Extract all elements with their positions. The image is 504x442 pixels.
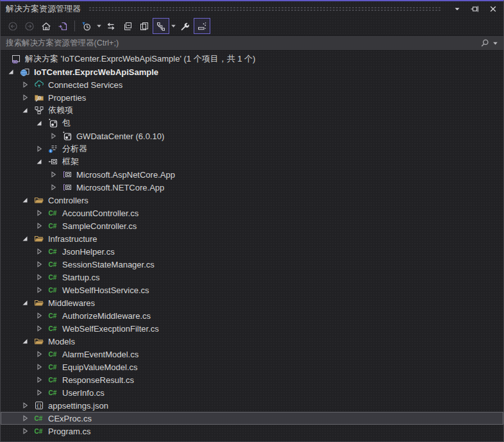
- expander-open-icon[interactable]: [4, 67, 17, 77]
- expander-closed-icon[interactable]: [47, 182, 60, 192]
- pending-changes-filter-button[interactable]: [78, 18, 95, 34]
- back-button[interactable]: [4, 18, 21, 34]
- expander-closed-icon[interactable]: [33, 349, 46, 359]
- tree-row[interactable]: C# UserInfo.cs: [1, 386, 503, 399]
- solution-icon: [11, 54, 21, 64]
- expander-closed-icon[interactable]: [33, 285, 46, 295]
- properties-button[interactable]: [177, 18, 194, 34]
- expander-closed-icon[interactable]: [19, 426, 31, 436]
- tree-row[interactable]: C# AlarmEventModel.cs: [1, 348, 503, 361]
- home-button[interactable]: [38, 18, 55, 34]
- chevron-down-icon: [492, 40, 498, 46]
- sync-with-active-document-button[interactable]: [55, 18, 71, 34]
- search-placeholder: 搜索解决方案资源管理器(Ctrl+;): [6, 38, 478, 49]
- tree-row[interactable]: {} appsettings.json: [1, 399, 503, 412]
- tree-row[interactable]: Connected Services: [1, 78, 503, 91]
- tree-item-label: Controllers: [48, 196, 88, 205]
- tree-item-label: 包: [62, 117, 71, 129]
- expander-closed-icon[interactable]: [33, 144, 46, 154]
- solution-tree: 解决方案 'IoTCenter.ExprcWebApiSample' (1 个项…: [1, 51, 503, 438]
- svg-text:C#: C#: [49, 287, 57, 294]
- tree-row[interactable]: Properties: [1, 91, 503, 104]
- tree-row[interactable]: Controllers: [1, 194, 503, 207]
- expander-closed-icon[interactable]: [33, 272, 46, 282]
- expander-closed-icon[interactable]: [19, 413, 31, 423]
- close-button[interactable]: [484, 2, 502, 16]
- expander-open-icon[interactable]: [33, 118, 46, 128]
- tree-row[interactable]: C# WebSelfExecptionFilter.cs: [1, 322, 503, 335]
- solution-explorer-window: 解决方案资源管理器: [0, 0, 504, 442]
- expander-closed-icon[interactable]: [33, 375, 46, 385]
- expander-open-icon[interactable]: [19, 298, 31, 308]
- folder-open-icon: [34, 298, 44, 308]
- forward-button[interactable]: [21, 18, 38, 34]
- expander-open-icon[interactable]: [19, 234, 31, 244]
- tree-row[interactable]: C# JsonHelper.cs: [1, 245, 503, 258]
- tree-item-label: IoTCenter.ExprcWebApiSample: [34, 67, 158, 77]
- svg-text:C#: C#: [49, 223, 57, 230]
- pin-button[interactable]: [466, 2, 484, 16]
- expander-closed-icon[interactable]: [19, 80, 31, 90]
- search-input[interactable]: 搜索解决方案资源管理器(Ctrl+;): [1, 35, 503, 51]
- expander-closed-icon[interactable]: [19, 400, 31, 411]
- tree-row[interactable]: C# AccountController.cs: [1, 207, 503, 219]
- expander-open-icon[interactable]: [19, 195, 31, 205]
- tree-item-label: CExProc.cs: [48, 414, 92, 423]
- tree-row[interactable]: GWDataCenter (6.0.10): [1, 130, 503, 142]
- tree-row[interactable]: Middlewares: [1, 296, 503, 309]
- tree-row[interactable]: C# SessionStateManager.cs: [1, 258, 503, 271]
- expander-open-icon[interactable]: [19, 105, 31, 115]
- pending-changes-filter-button-dropdown[interactable]: [95, 18, 103, 34]
- svg-text:C#: C#: [49, 364, 57, 371]
- csharp-file-icon: C#: [48, 272, 58, 282]
- tree-row[interactable]: C# CExProc.cs: [1, 412, 503, 425]
- preview-selected-items-button[interactable]: [194, 18, 210, 34]
- csharp-file-icon: C#: [48, 349, 58, 359]
- expander-closed-icon[interactable]: [33, 259, 46, 269]
- search-button[interactable]: [478, 37, 491, 49]
- expander-closed-icon[interactable]: [33, 208, 46, 218]
- show-all-files-button[interactable]: [136, 18, 153, 34]
- file-nesting-button[interactable]: [153, 18, 169, 34]
- tree-row[interactable]: C# SampleController.cs: [1, 219, 503, 232]
- tree-row[interactable]: C# EquipValueModel.cs: [1, 361, 503, 373]
- expander-closed-icon[interactable]: [33, 310, 46, 321]
- assembly-icon: [62, 169, 72, 180]
- search-options-dropdown[interactable]: [491, 37, 500, 49]
- json-file-icon: {}: [34, 400, 44, 411]
- expander-closed-icon[interactable]: [47, 131, 60, 141]
- tree-row[interactable]: Microsoft.AspNetCore.App: [1, 168, 503, 181]
- expander-closed-icon[interactable]: [33, 362, 46, 372]
- tree-row[interactable]: 框架: [1, 155, 503, 168]
- tree-row[interactable]: C# ResponseResult.cs: [1, 373, 503, 386]
- expander-closed-icon[interactable]: [33, 387, 46, 398]
- window-drag-handle[interactable]: [88, 6, 442, 12]
- tree-row[interactable]: IoTCenter.ExprcWebApiSample: [1, 65, 503, 78]
- tree-row[interactable]: C# AuthorizeMiddleware.cs: [1, 309, 503, 322]
- expander-closed-icon[interactable]: [47, 169, 60, 180]
- tree-row[interactable]: Microsoft.NETCore.App: [1, 181, 503, 194]
- tree-row[interactable]: 包: [1, 117, 503, 130]
- expander-open-icon[interactable]: [19, 336, 31, 346]
- expander-closed-icon[interactable]: [33, 246, 46, 257]
- switch-views-button[interactable]: [103, 18, 119, 34]
- tree-row[interactable]: 分析器: [1, 142, 503, 155]
- tree-row[interactable]: Infrastructure: [1, 232, 503, 245]
- svg-text:C#: C#: [49, 210, 57, 217]
- tree-row[interactable]: 依赖项: [1, 104, 503, 117]
- tree-row[interactable]: 解决方案 'IoTCenter.ExprcWebApiSample' (1 个项…: [1, 53, 503, 65]
- tree-row[interactable]: C# Startup.cs: [1, 271, 503, 284]
- window-position-button[interactable]: [448, 2, 466, 16]
- expander-closed-icon[interactable]: [19, 92, 31, 103]
- wrench-icon: [180, 21, 190, 31]
- file-nesting-button-dropdown[interactable]: [169, 18, 177, 34]
- tree-row[interactable]: Models: [1, 335, 503, 348]
- tree-row[interactable]: C# Program.cs: [1, 425, 503, 438]
- expander-closed-icon[interactable]: [33, 323, 46, 334]
- collapse-all-button[interactable]: [119, 18, 136, 34]
- web-project-icon: [20, 67, 30, 77]
- expander-open-icon[interactable]: [33, 157, 46, 167]
- svg-text:C#: C#: [35, 415, 43, 422]
- tree-row[interactable]: C# WebSelfHostService.cs: [1, 284, 503, 296]
- expander-closed-icon[interactable]: [33, 221, 46, 231]
